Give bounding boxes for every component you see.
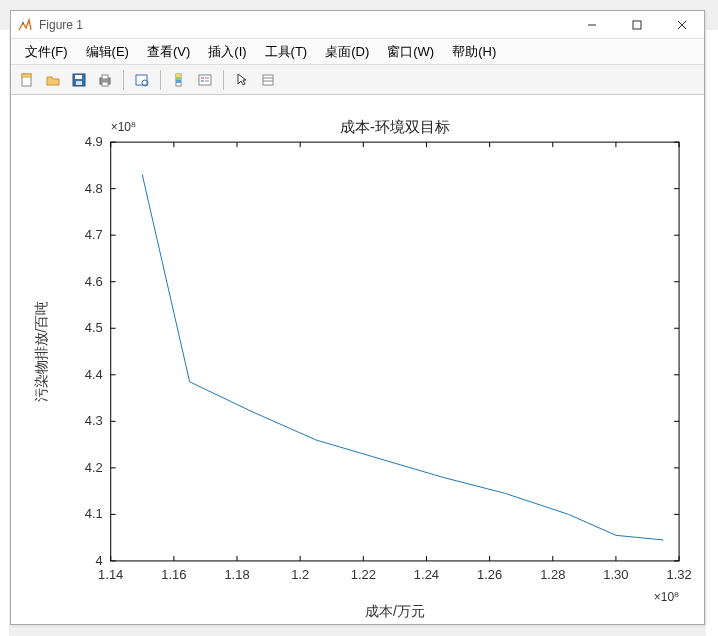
x-tick-label: 1.30	[603, 567, 628, 582]
x-tick-label: 1.32	[666, 567, 691, 582]
x-tick-label: 1.26	[477, 567, 502, 582]
svg-rect-17	[176, 77, 181, 80]
x-tick-label: 1.16	[161, 567, 186, 582]
x-tick-label: 1.18	[224, 567, 249, 582]
pointer-button[interactable]	[230, 68, 254, 92]
toolbar-separator	[123, 70, 124, 90]
print-button[interactable]	[93, 68, 117, 92]
y-tick-label: 4.9	[85, 134, 103, 149]
y-exponent-label: ×10⁸	[111, 120, 136, 134]
menu-insert[interactable]: 插入(I)	[200, 40, 254, 64]
window-title: Figure 1	[39, 18, 83, 32]
toolbar-separator	[223, 70, 224, 90]
legend-button[interactable]	[193, 68, 217, 92]
figure-window: Figure 1 文件(F) 编辑(E) 查看(V) 插入(I) 工具(T) 桌…	[10, 10, 705, 625]
y-tick-label: 4.1	[85, 506, 103, 521]
y-tick-label: 4.3	[85, 413, 103, 428]
menu-tools[interactable]: 工具(T)	[257, 40, 316, 64]
plot-area: 成本-环境双目标 ×10⁸ ×10⁸ 污染物排放/百吨 成本/万元 44.14.…	[11, 97, 704, 624]
open-button[interactable]	[41, 68, 65, 92]
svg-rect-12	[102, 82, 108, 86]
x-tick-label: 1.14	[98, 567, 123, 582]
svg-rect-11	[102, 75, 108, 79]
data-cursor-button[interactable]	[130, 68, 154, 92]
svg-rect-9	[76, 81, 82, 85]
svg-rect-24	[263, 75, 273, 85]
x-tick-label: 1.2	[291, 567, 309, 582]
x-tick-label: 1.24	[414, 567, 439, 582]
colorbar-button[interactable]	[167, 68, 191, 92]
svg-point-0	[22, 22, 24, 24]
y-tick-label: 4.7	[85, 227, 103, 242]
toolbar-separator	[160, 70, 161, 90]
chart-title: 成本-环境双目标	[340, 118, 450, 135]
editor-right-bg	[706, 30, 718, 636]
toolbar	[11, 65, 704, 95]
x-axis-label: 成本/万元	[365, 603, 425, 619]
menubar: 文件(F) 编辑(E) 查看(V) 插入(I) 工具(T) 桌面(D) 窗口(W…	[11, 39, 704, 65]
y-tick-label: 4.6	[85, 274, 103, 289]
y-axis-label: 污染物排放/百吨	[33, 301, 49, 403]
svg-rect-6	[22, 74, 31, 77]
y-tick-label: 4.5	[85, 320, 103, 335]
editor-gutter-bg	[0, 30, 10, 636]
new-file-button[interactable]	[15, 68, 39, 92]
axes-box	[111, 142, 679, 561]
x-tick-label: 1.28	[540, 567, 565, 582]
save-button[interactable]	[67, 68, 91, 92]
menu-help[interactable]: 帮助(H)	[444, 40, 504, 64]
y-tick-label: 4.2	[85, 460, 103, 475]
brush-button[interactable]	[256, 68, 280, 92]
maximize-button[interactable]	[614, 11, 659, 39]
menu-edit[interactable]: 编辑(E)	[78, 40, 137, 64]
svg-rect-16	[176, 74, 181, 77]
menu-view[interactable]: 查看(V)	[139, 40, 198, 64]
window-controls	[569, 11, 704, 39]
minimize-button[interactable]	[569, 11, 614, 39]
menu-desktop[interactable]: 桌面(D)	[317, 40, 377, 64]
menu-window[interactable]: 窗口(W)	[379, 40, 442, 64]
titlebar: Figure 1	[11, 11, 704, 39]
matlab-logo-icon	[17, 17, 33, 33]
svg-rect-18	[176, 80, 181, 83]
y-tick-label: 4.8	[85, 181, 103, 196]
y-tick-label: 4	[96, 553, 103, 568]
y-tick-label: 4.4	[85, 367, 103, 382]
svg-rect-27	[111, 142, 679, 561]
close-button[interactable]	[659, 11, 704, 39]
chart-svg: 成本-环境双目标 ×10⁸ ×10⁸ 污染物排放/百吨 成本/万元 44.14.…	[11, 97, 704, 624]
menu-file[interactable]: 文件(F)	[17, 40, 76, 64]
x-tick-label: 1.22	[351, 567, 376, 582]
svg-rect-2	[633, 21, 641, 29]
svg-rect-8	[75, 75, 82, 79]
x-exponent-label: ×10⁸	[654, 590, 679, 604]
svg-rect-19	[199, 75, 211, 85]
